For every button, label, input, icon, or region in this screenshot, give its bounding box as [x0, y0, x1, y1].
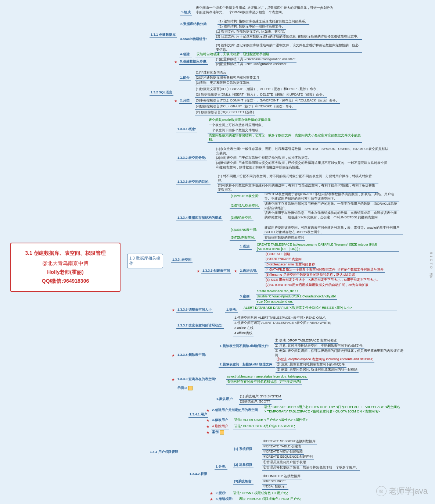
n1338-2c: ③ 例如: 表空间是房间, 拆迁时把原来房间内容一起移除 — [276, 367, 359, 373]
n1331b: 一个表空间上可以存放各种应用对象。 — [208, 123, 266, 128]
node-132-2e: (2) 数据操纵语言(DQL): SELECT (选择) — [195, 110, 255, 115]
n1334a5l[interactable]: (5)TEMP表空间: — [230, 235, 256, 241]
n1334a4l[interactable]: (4)USERS表空间: — [230, 228, 258, 233]
n1342-1cc: ③DBA: 数据库... — [262, 484, 288, 490]
n1334a1l[interactable]: (1)SYSTEM表空间: — [230, 194, 260, 199]
n1335-3a: create tablespace tab_tb111 — [256, 289, 300, 294]
n1341-2t: 语法: CREATE USER <用户名> IDENTIFIED BY <口令>… — [263, 405, 403, 414]
node-131-3l[interactable]: 3.oracle物理组件: — [179, 37, 208, 42]
n1341-1l[interactable]: 1.默认用户: — [215, 397, 235, 402]
n1342-1ab: ②CREATE TABLE:创建表 — [262, 444, 302, 450]
sidebar-signature: 51CTO博客 — [429, 252, 434, 273]
n1335-3b: datafile 'C:\oracle\product\10.2.0\orada… — [256, 294, 337, 300]
node-1341[interactable]: 1.3.4.1 用户 — [188, 412, 208, 418]
n1336-1[interactable]: 1.语法: — [225, 307, 238, 313]
root-title: 3.1 创建数据库、表空间、权限管理 — [18, 250, 113, 257]
node-1342[interactable]: 1.3.4.2 权限 — [188, 472, 208, 477]
n1342-3t: 语法: REVOKE 权限或角色 FROM 用户名; — [238, 497, 302, 502]
watermark-text: 老师学java — [389, 486, 428, 497]
n1342-1bl[interactable]: (2) 对象权限 — [233, 462, 254, 468]
node-132-1b: (2)是沟通数据库服务器和客户端的重要工具 — [195, 75, 260, 81]
n1331d: 表空间是最大的逻辑存储结构，它对应一或多个数据文件，表空间的大小是它所对应的数据… — [208, 133, 362, 143]
wechat-icon: ✉ — [376, 486, 387, 496]
n1342-2l[interactable]: 2.授权: — [215, 491, 227, 496]
n1337c: 3.online 在线 — [233, 326, 255, 331]
n1338-2l[interactable]: 2.删除表空间一起删除.dbf 物理文件: — [219, 362, 275, 368]
n1342-1l[interactable]: 1.分类: — [215, 464, 227, 470]
n1335-2d: (4)DATAFILE 指定一个或多个表空间的数据文件, 当有多个数据文件时用逗… — [265, 267, 385, 273]
node-1339[interactable]: 1.3.3.9 查询存在的表空间: — [176, 377, 217, 382]
n1341-1a: (1) 系统用户: SYS,SYSTEM — [239, 394, 282, 400]
n1335-2b: (2)TABLESPACE 表空间 — [265, 257, 303, 262]
node-1334[interactable]: 1.3.3.4.数据库存储结构的组成 — [176, 215, 223, 221]
n1335-2g: (7)AUTOEXTEND用来启用或禁用数据文件的自动扩展，on为自动扩展 — [265, 283, 370, 288]
node-131[interactable]: 1.3.1 创建数据库 — [150, 32, 177, 38]
n1341-2l[interactable]: 2.创建用户并指定使用的表空间 — [211, 408, 259, 413]
node-132[interactable]: 1.3.2 SQL语言 — [150, 90, 173, 96]
node-134[interactable]: 1.3.4 用户权限管理 — [149, 450, 179, 455]
n1342-1ad: ④CREATE SEQUENCE:创建序列 — [262, 454, 314, 460]
node-131-2b: (2) 物理结构: 数据库中的一组操作系统文件。 — [218, 24, 286, 30]
n1341-3l[interactable]: 3.修改用户 — [211, 418, 229, 423]
n1339a: select tablespace_name,status from dba_t… — [226, 374, 308, 380]
mindmap-canvas: 3.1 创建数据库、表空间、权限管理 @北大青鸟南京中博 Holly老师(霍丽)… — [4, 4, 431, 500]
node-1337[interactable]: 1.3.3.7 改变表空间的读写状态: — [176, 323, 224, 329]
n1341-4t: 语法: DROP USER <用户名> CASCADE; — [233, 424, 296, 429]
n1335-2l[interactable]: 2.语法说明: — [239, 268, 258, 274]
node-1336[interactable]: 1.3.3.6 调整表空间大小 — [176, 307, 213, 313]
n1342-1ac: ③CREATE VIEW:创建视图 — [262, 449, 304, 455]
node-132-2a: (1)数据定义语言(DDL): CREATE（创建）、ALTER（更改）和DRO… — [195, 87, 321, 92]
node-132-1c: (3)查询、更新和管理关系数据库系统 — [195, 81, 251, 86]
node-1335[interactable]: 1.3.3.5.创建表空间 — [201, 268, 231, 274]
node-131-4t: 安装时自动创建，安装成功后，通过配置助手创建 — [195, 52, 270, 57]
node-133[interactable]: 1.3.3. 表空间 — [171, 257, 193, 263]
node-1333[interactable]: 1.3.3.3.表空间的目的: — [176, 179, 211, 185]
n1338-1l[interactable]: 1.删除表空间不删除.dbf物理文件: — [219, 344, 270, 349]
watermark: ✉ 老师学java — [376, 486, 428, 497]
node-131-3b: (2) 日志文件: 用于记录对数据库进行的详细的修改信息, 在数据库所做的详细修… — [215, 34, 362, 40]
note-icon[interactable] — [220, 430, 224, 435]
n1341-5l[interactable]: 案例 — [211, 430, 225, 435]
node-132-1l[interactable]: 1.简介 — [179, 75, 191, 81]
note-icon[interactable] — [188, 386, 193, 390]
node-1331[interactable]: 1.3.3.1.概念: — [176, 127, 197, 132]
main-node[interactable]: 1.3 数据库相关操作 — [127, 254, 163, 268]
node-131-5b: (2)配置和移植工具→Net Configuration Assistant — [215, 62, 288, 67]
node-131-1l[interactable]: 1.组成 — [180, 10, 192, 15]
n1335-2c: (3)tablespacename 表空间的名称 — [265, 262, 316, 268]
n1342-1aa: ①CREATE SESSION:连接到数据库 — [262, 439, 317, 444]
n1335-2e: (5)filename 是表空间中数据文件的路径和名称，默认.dbf后缀 — [265, 272, 356, 278]
n1335-3l[interactable]: 3.案例 — [239, 294, 251, 300]
n1335-2a: (1)CREATE 创建 — [265, 252, 291, 257]
node-131-1t: 表空间由一个或多个数据文件组成; 从逻辑上讲，是数据库中最大的逻辑单元，可进一步… — [195, 6, 334, 15]
n1331c: 一个表空间下由多个数据文件组成。 — [208, 128, 263, 133]
node-132-2l[interactable]: 2.分类: — [179, 98, 192, 104]
n1334a4t: 建议用户使用该表空间。可以在该表空间创建各种对象，表、索引等。oracle的基本… — [263, 225, 403, 235]
n1332c: (3)撤销表空间: 用来帮助回退未提交的事务数据，已经提交的数据再这里是不可以恢… — [215, 161, 391, 170]
node-1338[interactable]: 1.3.3.8 删除表空间: — [176, 353, 207, 358]
n1337a: 1.使表空间只读 ALERT TABLESPACE <表空间> READ ONL… — [233, 315, 327, 321]
root-node[interactable]: 3.1 创建数据库、表空间、权限管理 @北大青鸟南京中博 Holly老师(霍丽)… — [10, 243, 121, 292]
n1338-1a: ① 语法: DROP TABLESPACE 表空间名称; — [274, 338, 338, 344]
n1342-3l[interactable]: 3.撤销权限: — [215, 497, 234, 502]
n1334a2l[interactable]: (2)SYSAUX表空间: — [230, 203, 260, 209]
node-131-5l[interactable]: 5.创建数据库步骤: — [179, 59, 208, 65]
n1334a1t: SYSTEM表空间用于存放ORACLE系统内部表和数据字典的数据，如表名、列名、… — [263, 192, 399, 201]
root-contact: QQ/微信:964918306 — [18, 278, 113, 285]
n1336t: ALERT DATABASE DATAFILE '<数据库文件全路径>' RES… — [242, 305, 397, 311]
node-131-2l[interactable]: 2.数据库结构分类: — [179, 22, 209, 27]
n1342-1cl[interactable]: (3)系统角色: — [233, 479, 254, 485]
n1342-1cb: ②RESOURCE: — [262, 479, 287, 485]
n1334a3t: 该表空间用于存放撤销信息。用来存储撤销操作前的数据。当撤销完成后，会释放该表空间… — [263, 211, 399, 220]
n1342-1al[interactable]: (1) 系统权限 — [233, 447, 254, 452]
n1341-4l[interactable]: 4.删除用户 — [211, 424, 229, 429]
node-131-4l[interactable]: 4.创建: — [179, 52, 192, 57]
n1339b: 查询已经存在的表空间名称和状态（注字段是死的) — [226, 379, 302, 385]
n1337b: 2.使表空间可读写 ALERT TABLESPACE <表空间> READ WR… — [233, 321, 332, 326]
n1332b: (2)临时表空间: 用于保存系统中短期活动的数据，如排序数据等。 — [215, 156, 312, 161]
node-1332[interactable]: 1.3.3.2.表空间分类: — [176, 156, 207, 161]
node-133x[interactable]: 示例1: — [176, 386, 194, 391]
n1334a3l[interactable]: (3)撤销表空间: — [230, 215, 254, 221]
n1335-3c: size 30m autoextend on; — [256, 299, 294, 305]
n1335-1l[interactable]: 1.语法: — [239, 244, 252, 250]
